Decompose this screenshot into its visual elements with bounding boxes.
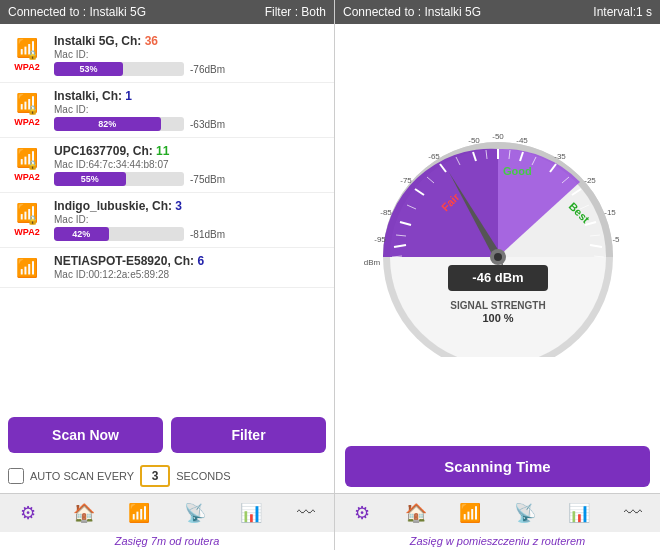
signal-bar-row: 55%-75dBm: [54, 172, 326, 186]
svg-text:-46 dBm: -46 dBm: [472, 270, 523, 285]
signal-bar-fill: 55%: [54, 172, 126, 186]
left-filter-label: Filter : Both: [265, 5, 326, 19]
svg-text:-75: -75: [400, 176, 412, 185]
action-buttons: Scan Now Filter: [0, 409, 334, 461]
signal-bar-fill: 53%: [54, 62, 123, 76]
network-info: Indigo_lubuskie, Ch: 3Mac ID:42%-81dBm: [54, 199, 326, 241]
signal-bar-fill: 82%: [54, 117, 161, 131]
svg-text:-95: -95: [374, 235, 386, 244]
svg-text:-85: -85: [380, 208, 392, 217]
auto-scan-label2: SECONDS: [176, 470, 230, 482]
nav-item-signal[interactable]: 📡: [167, 498, 223, 528]
wifi-icon: 📶🔒: [16, 199, 38, 225]
wifi-icon: 📶🔒: [16, 89, 38, 115]
svg-text:-50: -50: [492, 132, 504, 141]
network-icon-col: 📶🔒WPA2: [8, 89, 46, 127]
mac-id: Mac ID:: [54, 49, 326, 60]
scan-now-button[interactable]: Scan Now: [8, 417, 163, 453]
signal-bar-bg: 82%: [54, 117, 184, 131]
network-name: Indigo_lubuskie, Ch: 3: [54, 199, 326, 213]
auto-scan-row: AUTO SCAN EVERY 3 SECONDS: [0, 461, 334, 493]
filter-button[interactable]: Filter: [171, 417, 326, 453]
network-item[interactable]: 📶NETIASPOT-E58920, Ch: 6Mac ID:00:12:2a:…: [0, 248, 334, 288]
svg-text:-25: -25: [584, 176, 596, 185]
nav-item-wave[interactable]: 〰: [278, 498, 334, 528]
svg-text:-45: -45: [516, 136, 528, 145]
signal-bar-bg: 55%: [54, 172, 184, 186]
svg-text:SIGNAL STRENGTH: SIGNAL STRENGTH: [450, 300, 545, 311]
signal-pct-label: 42%: [72, 229, 90, 239]
nav-item-chart[interactable]: 📊: [223, 498, 279, 528]
wpa-label: WPA2: [14, 62, 39, 72]
network-info: Instalki 5G, Ch: 36Mac ID:53%-76dBm: [54, 34, 326, 76]
signal-pct-label: 55%: [81, 174, 99, 184]
network-item[interactable]: 📶🔒WPA2Instalki 5G, Ch: 36Mac ID:53%-76dB…: [0, 28, 334, 83]
wifi-icon: 📶: [16, 254, 38, 280]
network-info: UPC1637709, Ch: 11Mac ID:64:7c:34:44:b8:…: [54, 144, 326, 186]
network-icon-col: 📶🔒WPA2: [8, 34, 46, 72]
signal-bar-fill: 42%: [54, 227, 109, 241]
left-connected-label: Connected to : Instalki 5G: [8, 5, 146, 19]
signal-bar-row: 82%-63dBm: [54, 117, 326, 131]
scanning-time-button[interactable]: Scanning Time: [345, 446, 650, 487]
right-nav-item-wifi[interactable]: 📶: [443, 498, 497, 528]
svg-text:-35: -35: [554, 152, 566, 161]
network-icon-col: 📶: [8, 254, 46, 280]
wpa-label: WPA2: [14, 117, 39, 127]
network-list: 📶🔒WPA2Instalki 5G, Ch: 36Mac ID:53%-76dB…: [0, 24, 334, 409]
svg-point-42: [494, 253, 502, 261]
network-item[interactable]: 📶🔒WPA2Indigo_lubuskie, Ch: 3Mac ID:42%-8…: [0, 193, 334, 248]
right-nav-item-signal[interactable]: 📡: [498, 498, 552, 528]
network-name: UPC1637709, Ch: 11: [54, 144, 326, 158]
network-info: NETIASPOT-E58920, Ch: 6Mac ID:00:12:2a:e…: [54, 254, 326, 281]
gauge-container: -95 -85 -75 -65 -50 -50 -45 -35 -25 -15 …: [335, 24, 660, 440]
dbm-label: -76dBm: [190, 64, 225, 75]
network-icon-col: 📶🔒WPA2: [8, 144, 46, 182]
right-nav-item-home[interactable]: 🏠: [389, 498, 443, 528]
svg-text:dBm: dBm: [363, 258, 380, 267]
right-header: Connected to : Instalki 5G Interval:1 s: [335, 0, 660, 24]
dbm-label: -81dBm: [190, 229, 225, 240]
right-nav-item-wave[interactable]: 〰: [606, 498, 660, 528]
wpa-label: WPA2: [14, 227, 39, 237]
network-name: Instalki, Ch: 1: [54, 89, 326, 103]
wifi-icon: 📶🔒: [16, 34, 38, 60]
seconds-input[interactable]: 3: [140, 465, 170, 487]
right-nav-item-chart[interactable]: 📊: [552, 498, 606, 528]
right-interval-label: Interval:1 s: [593, 5, 652, 19]
network-item[interactable]: 📶🔒WPA2UPC1637709, Ch: 11Mac ID:64:7c:34:…: [0, 138, 334, 193]
signal-bar-bg: 53%: [54, 62, 184, 76]
left-header: Connected to : Instalki 5G Filter : Both: [0, 0, 334, 24]
nav-item-home[interactable]: 🏠: [56, 498, 112, 528]
signal-gauge: -95 -85 -75 -65 -50 -50 -45 -35 -25 -15 …: [358, 117, 638, 357]
auto-scan-checkbox[interactable]: [8, 468, 24, 484]
signal-bar-row: 42%-81dBm: [54, 227, 326, 241]
mac-id: Mac ID:64:7c:34:44:b8:07: [54, 159, 326, 170]
right-bottom-nav: ⚙ 🏠 📶 📡 📊 〰: [335, 493, 660, 532]
network-icon-col: 📶🔒WPA2: [8, 199, 46, 237]
auto-scan-label1: AUTO SCAN EVERY: [30, 470, 134, 482]
svg-text:-5: -5: [612, 235, 620, 244]
network-name: NETIASPOT-E58920, Ch: 6: [54, 254, 326, 268]
nav-item-settings[interactable]: ⚙: [0, 498, 56, 528]
signal-pct-label: 82%: [98, 119, 116, 129]
right-nav-item-settings[interactable]: ⚙: [335, 498, 389, 528]
dbm-label: -63dBm: [190, 119, 225, 130]
nav-item-wifi[interactable]: 📶: [111, 498, 167, 528]
network-item[interactable]: 📶🔒WPA2Instalki, Ch: 1Mac ID:82%-63dBm: [0, 83, 334, 138]
svg-text:-15: -15: [604, 208, 616, 217]
svg-text:100 %: 100 %: [482, 312, 513, 324]
dbm-label: -75dBm: [190, 174, 225, 185]
mac-id: Mac ID:: [54, 214, 326, 225]
mac-id: Mac ID:: [54, 104, 326, 115]
signal-pct-label: 53%: [79, 64, 97, 74]
right-connected-label: Connected to : Instalki 5G: [343, 5, 481, 19]
right-panel: Connected to : Instalki 5G Interval:1 s: [335, 0, 660, 550]
mac-id: Mac ID:00:12:2a:e5:89:28: [54, 269, 326, 280]
svg-text:Good: Good: [503, 165, 532, 177]
left-panel: Connected to : Instalki 5G Filter : Both…: [0, 0, 335, 550]
wifi-icon: 📶🔒: [16, 144, 38, 170]
right-caption: Zasięg w pomieszczeniu z routerem: [335, 532, 660, 550]
signal-bar-bg: 42%: [54, 227, 184, 241]
signal-bar-row: 53%-76dBm: [54, 62, 326, 76]
